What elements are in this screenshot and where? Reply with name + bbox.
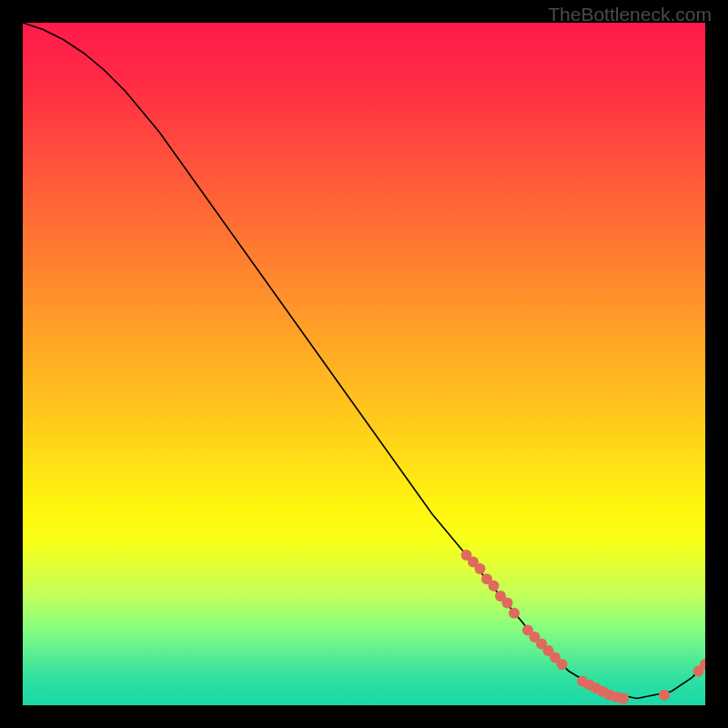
- bottleneck-curve: [23, 23, 705, 699]
- chart-gradient-area: [23, 23, 705, 705]
- watermark-text: TheBottleneck.com: [548, 4, 712, 25]
- data-dot: [475, 563, 486, 574]
- data-dot: [489, 581, 500, 592]
- data-dots: [461, 550, 706, 704]
- data-dot: [618, 693, 629, 704]
- data-dot: [557, 659, 568, 670]
- data-dot: [509, 608, 520, 619]
- data-dot: [502, 598, 513, 609]
- chart-svg: [23, 23, 705, 705]
- data-dot: [659, 690, 670, 701]
